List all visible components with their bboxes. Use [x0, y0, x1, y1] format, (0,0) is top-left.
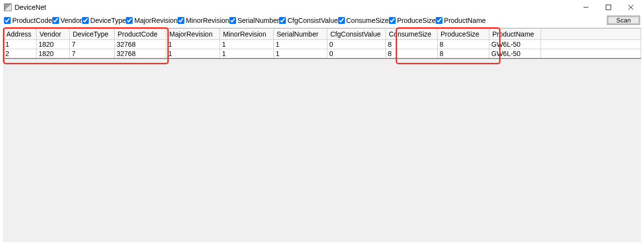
cell-productname[interactable]: GW6L-50	[489, 49, 541, 59]
window-title: DeviceNet	[15, 3, 46, 11]
checkbox-producesize[interactable]: ProduceSize	[389, 17, 436, 24]
cell-vendor[interactable]: 1820	[37, 49, 70, 59]
checkbox-label: DeviceType	[90, 17, 126, 24]
checkbox-producesize-input[interactable]	[389, 17, 396, 24]
cell-address[interactable]: 1	[3, 40, 37, 49]
col-productcode[interactable]: ProductCode	[115, 29, 166, 40]
svg-rect-1	[606, 5, 611, 10]
maximize-button[interactable]	[597, 0, 620, 15]
table-header-row: Address Vendor DeviceType ProductCode Ma…	[3, 29, 641, 40]
col-productname[interactable]: ProductName	[489, 29, 541, 40]
checkbox-vendor-input[interactable]	[52, 17, 59, 24]
checkbox-productcode[interactable]: ProductCode	[4, 17, 52, 24]
close-icon	[628, 4, 634, 10]
checkbox-consumesize-input[interactable]	[338, 17, 345, 24]
col-majorrevision[interactable]: MajorRevision	[166, 29, 220, 40]
close-button[interactable]	[620, 0, 642, 15]
cell-consumesize[interactable]: 8	[386, 49, 438, 59]
col-devicetype[interactable]: DeviceType	[70, 29, 115, 40]
checkbox-devicetype-input[interactable]	[82, 17, 89, 24]
checkbox-majorrevision-input[interactable]	[126, 17, 133, 24]
checkbox-productname[interactable]: ProductName	[436, 17, 486, 24]
checkbox-label: ProductCode	[12, 17, 52, 24]
checkbox-majorrevision[interactable]: MajorRevision	[126, 17, 178, 24]
checkbox-cfgconsistvalue[interactable]: CfgConsistValue	[279, 17, 338, 24]
cell-vendor[interactable]: 1820	[37, 40, 70, 49]
scan-button[interactable]: Scan	[607, 16, 640, 25]
checkbox-productname-input[interactable]	[436, 17, 443, 24]
data-grid: Address Vendor DeviceType ProductCode Ma…	[3, 28, 641, 242]
table-row[interactable]: 1 1820 7 32768 1 1 1 0 8 8 GW6L-50	[3, 40, 641, 49]
cell-productcode[interactable]: 32768	[115, 40, 166, 49]
checkbox-productcode-input[interactable]	[4, 17, 11, 24]
minimize-icon	[583, 4, 589, 10]
col-consumesize[interactable]: ConsumeSize	[386, 29, 438, 40]
cell-consumesize[interactable]: 8	[386, 40, 438, 49]
checkbox-label: ConsumeSize	[346, 17, 389, 24]
app-icon	[4, 3, 12, 11]
cell-productname[interactable]: GW6L-50	[489, 40, 541, 49]
checkbox-label: MinorRevision	[186, 17, 229, 24]
cell-filler	[541, 40, 641, 49]
col-minorrevision[interactable]: MinorRevision	[220, 29, 274, 40]
checkbox-cfgconsistvalue-input[interactable]	[279, 17, 286, 24]
checkbox-label: ProductName	[444, 17, 486, 24]
checkbox-minorrevision-input[interactable]	[178, 17, 184, 24]
checkbox-label: ProduceSize	[397, 17, 436, 24]
checkbox-label: CfgConsistValue	[287, 17, 338, 24]
cell-minorrev[interactable]: 1	[220, 40, 274, 49]
titlebar: DeviceNet	[0, 0, 644, 15]
checkbox-minorrevision[interactable]: MinorRevision	[178, 17, 229, 24]
checkbox-serialnumber[interactable]: SerialNumber	[229, 17, 280, 24]
cell-serialnum[interactable]: 1	[274, 40, 327, 49]
cell-address[interactable]: 2	[3, 49, 37, 59]
checkbox-consumesize[interactable]: ConsumeSize	[338, 17, 389, 24]
col-producesize[interactable]: ProduceSize	[438, 29, 489, 40]
toolbar: ProductCode Vendor DeviceType MajorRevis…	[0, 15, 644, 27]
col-cfgconsistvalue[interactable]: CfgConsistValue	[327, 29, 386, 40]
col-address[interactable]: Address	[3, 29, 37, 40]
checkbox-label: SerialNumber	[238, 17, 280, 24]
cell-devicetype[interactable]: 7	[70, 40, 115, 49]
checkbox-serialnumber-input[interactable]	[229, 17, 236, 24]
cell-serialnum[interactable]: 1	[274, 49, 327, 59]
minimize-button[interactable]	[575, 0, 597, 15]
checkbox-label: Vendor	[60, 17, 82, 24]
col-vendor[interactable]: Vendor	[37, 29, 70, 40]
maximize-icon	[605, 4, 611, 10]
checkbox-devicetype[interactable]: DeviceType	[82, 17, 126, 24]
devices-table[interactable]: Address Vendor DeviceType ProductCode Ma…	[3, 28, 641, 59]
cell-majorrev[interactable]: 1	[166, 40, 220, 49]
cell-majorrev[interactable]: 1	[166, 49, 220, 59]
cell-minorrev[interactable]: 1	[220, 49, 274, 59]
cell-producesize[interactable]: 8	[438, 40, 489, 49]
checkbox-label: MajorRevision	[134, 17, 178, 24]
checkbox-vendor[interactable]: Vendor	[52, 17, 82, 24]
cell-filler	[541, 49, 641, 59]
cell-cfgconsist[interactable]: 0	[327, 40, 386, 49]
cell-productcode[interactable]: 32768	[115, 49, 166, 59]
cell-devicetype[interactable]: 7	[70, 49, 115, 59]
cell-producesize[interactable]: 8	[438, 49, 489, 59]
col-serialnumber[interactable]: SerialNumber	[274, 29, 327, 40]
table-row[interactable]: 2 1820 7 32768 1 1 1 0 8 8 GW6L-50	[3, 49, 641, 59]
col-filler	[541, 29, 641, 40]
cell-cfgconsist[interactable]: 0	[327, 49, 386, 59]
